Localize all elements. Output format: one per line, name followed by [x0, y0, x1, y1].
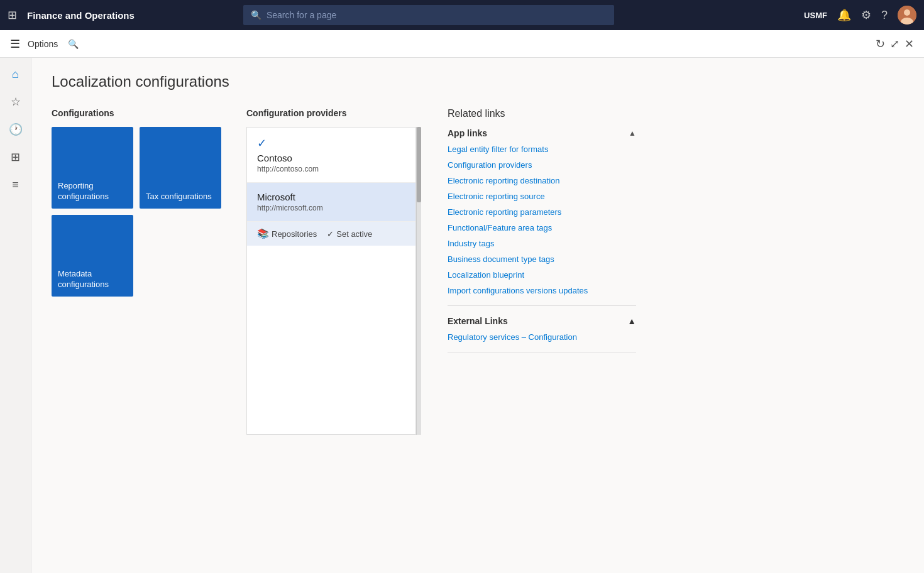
providers-list: ✓ Contoso http://contoso.com Microsoft h…: [246, 127, 416, 435]
search-icon: 🔍: [251, 10, 261, 20]
providers-empty-space: [247, 246, 415, 434]
external-links-label: External Links: [448, 316, 508, 326]
close-icon[interactable]: ✕: [905, 37, 914, 51]
tiles-grid: Reporting configurations Tax configurati…: [52, 127, 221, 297]
contoso-url: http://contoso.com: [257, 165, 405, 173]
tile-metadata[interactable]: Metadata configurations: [52, 215, 133, 297]
refresh-icon[interactable]: ↻: [876, 37, 885, 51]
set-active-button[interactable]: ✓ Set active: [327, 229, 372, 239]
links-divider: [448, 305, 636, 306]
configs-layout: Configurations Reporting configurations …: [52, 108, 904, 435]
app-links-header[interactable]: App links ▲: [448, 128, 636, 138]
contoso-check-icon: ✓: [257, 136, 405, 150]
config-providers-section: Configuration providers ✓ Contoso http:/…: [246, 108, 422, 435]
set-active-check-icon: ✓: [327, 229, 334, 239]
related-links-section: Related links App links ▲ Legal entity f…: [448, 108, 636, 363]
options-bar-right: ↻ ⤢ ✕: [876, 37, 914, 51]
options-label: Options: [28, 39, 58, 49]
app-grid-icon[interactable]: ⊞: [8, 8, 17, 22]
options-search-icon[interactable]: 🔍: [68, 39, 79, 49]
provider-item-contoso[interactable]: ✓ Contoso http://contoso.com: [247, 128, 415, 183]
external-links-header[interactable]: External Links ▲: [448, 316, 636, 326]
app-links-chevron-icon: ▲: [629, 129, 636, 138]
repositories-button[interactable]: 📚 Repositories: [257, 228, 317, 239]
microsoft-name: Microsoft: [257, 192, 405, 202]
app-title: Finance and Operations: [27, 10, 135, 21]
link-er-destination[interactable]: Electronic reporting destination: [448, 176, 636, 185]
microsoft-url: http://microsoft.com: [257, 204, 405, 212]
related-links-title: Related links: [448, 108, 636, 119]
search-input[interactable]: [267, 10, 607, 20]
link-regulatory-services[interactable]: Regulatory services – Configuration: [448, 332, 636, 342]
link-legal-entity[interactable]: Legal entity filter for formats: [448, 145, 636, 154]
sidebar-item-recent[interactable]: 🕐: [4, 118, 27, 141]
sidebar-item-home[interactable]: ⌂: [4, 63, 27, 85]
options-bar: ☰ Options 🔍 ↻ ⤢ ✕: [0, 30, 924, 58]
top-nav-right: USMF 🔔 ⚙ ?: [804, 6, 916, 25]
settings-icon[interactable]: ⚙: [861, 8, 871, 22]
external-links-chevron-icon: ▲: [627, 316, 636, 326]
svg-point-1: [904, 9, 910, 16]
external-links-divider: [448, 352, 636, 352]
provider-item-microsoft[interactable]: Microsoft http://microsoft.com: [247, 183, 415, 222]
link-er-parameters[interactable]: Electronic reporting parameters: [448, 207, 636, 217]
configurations-section: Configurations Reporting configurations …: [52, 108, 221, 297]
notification-icon[interactable]: 🔔: [837, 8, 851, 22]
link-localization-blueprint[interactable]: Localization blueprint: [448, 270, 636, 280]
company-label: USMF: [804, 11, 827, 20]
provider-actions-bar: 📚 Repositories ✓ Set active: [247, 222, 415, 246]
link-industry-tags[interactable]: Industry tags: [448, 239, 636, 248]
tile-reporting[interactable]: Reporting configurations: [52, 127, 133, 209]
config-providers-title: Configuration providers: [246, 108, 422, 118]
link-config-providers[interactable]: Configuration providers: [448, 160, 636, 170]
help-icon[interactable]: ?: [881, 9, 888, 22]
search-bar: 🔍: [243, 5, 614, 25]
repositories-icon: 📚: [257, 228, 269, 239]
hamburger-icon[interactable]: ☰: [10, 37, 20, 51]
tile-tax[interactable]: Tax configurations: [140, 127, 221, 209]
open-in-new-icon[interactable]: ⤢: [890, 37, 899, 51]
link-import-configs[interactable]: Import configurations versions updates: [448, 286, 636, 295]
scrollbar[interactable]: [416, 127, 421, 435]
contoso-name: Contoso: [257, 153, 405, 163]
configurations-section-title: Configurations: [52, 108, 221, 118]
avatar[interactable]: [898, 6, 916, 25]
link-er-source[interactable]: Electronic reporting source: [448, 192, 636, 201]
sidebar-item-favorites[interactable]: ☆: [4, 90, 27, 113]
link-biz-doc-tags[interactable]: Business document type tags: [448, 254, 636, 264]
page-title: Localization configurations: [52, 73, 904, 90]
sidebar: ⌂ ☆ 🕐 ⊞ ≡: [0, 58, 31, 573]
link-functional-tags[interactable]: Functional/Feature area tags: [448, 223, 636, 232]
sidebar-item-modules[interactable]: ≡: [4, 173, 27, 196]
content-area: Localization configurations Configuratio…: [31, 58, 924, 573]
app-links-label: App links: [448, 128, 487, 138]
main-layout: ⌂ ☆ 🕐 ⊞ ≡ Localization configurations Co…: [0, 58, 924, 573]
top-navigation: ⊞ Finance and Operations 🔍 USMF 🔔 ⚙ ?: [0, 0, 924, 30]
sidebar-item-workspaces[interactable]: ⊞: [4, 146, 27, 168]
